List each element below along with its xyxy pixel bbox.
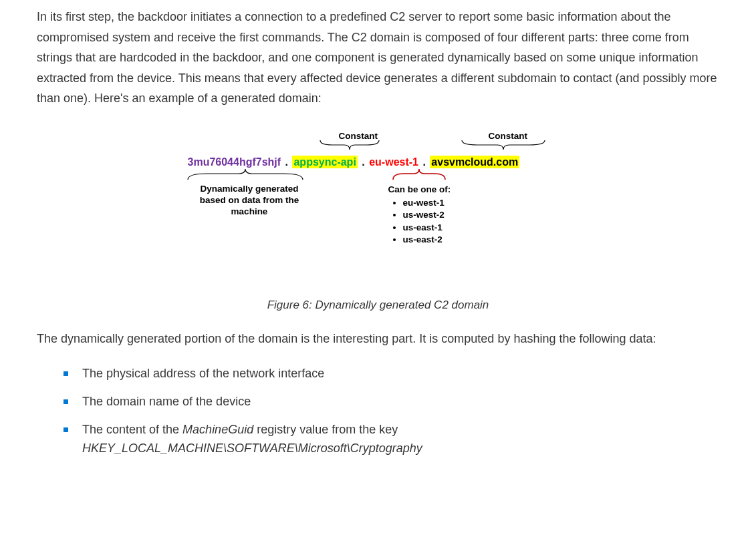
dyn-caption-line3: machine — [231, 206, 268, 216]
hash-data-list: The physical address of the network inte… — [37, 365, 719, 458]
figure-caption: Figure 6: Dynamically generated C2 domai… — [37, 296, 719, 315]
dot-3: . — [421, 156, 426, 168]
dyn-caption-line2: based on data from the — [200, 195, 299, 205]
dynamic-subdomain: 3mu76044hgf7shjf — [188, 156, 281, 168]
brace-bottom-region — [392, 168, 447, 181]
region-subdomain: eu-west-1 — [369, 156, 418, 168]
dynamic-caption: Dynamically generated based on data from… — [188, 184, 311, 218]
brace-bottom-dyn — [186, 168, 304, 181]
region-caption: Can be one of: — [388, 184, 451, 196]
dyn-caption-line1: Dynamically generated — [200, 184, 298, 194]
dot-2: . — [360, 156, 366, 168]
root-domain: avsvmcloud.com — [430, 156, 519, 168]
li3-pre: The content of the — [82, 423, 182, 436]
region-option: eu-west-1 — [403, 197, 451, 209]
intro-paragraph: In its first step, the backdoor initiate… — [37, 7, 719, 109]
li3-post: registry value from the key — [253, 423, 398, 436]
list-item: The domain name of the device — [62, 393, 719, 411]
hash-intro-paragraph: The dynamically generated portion of the… — [37, 329, 719, 349]
region-option: us-east-2 — [403, 234, 451, 246]
brace-top-api — [319, 139, 380, 151]
domain-diagram: Constant Constant 3mu76044hgf7shjf . app… — [188, 129, 569, 262]
region-list: eu-west-1 us-west-2 us-east-1 us-east-2 — [388, 197, 451, 246]
list-item: The content of the MachineGuid registry … — [62, 421, 719, 458]
brace-top-root — [461, 139, 546, 151]
machineguid-value: MachineGuid — [182, 423, 253, 436]
figure-6: Constant Constant 3mu76044hgf7shjf . app… — [37, 129, 719, 315]
list-item: The physical address of the network inte… — [62, 365, 719, 383]
region-option: us-west-2 — [403, 209, 451, 221]
dot-1: . — [284, 156, 289, 168]
registry-key: HKEY_LOCAL_MACHINE\SOFTWARE\Microsoft\Cr… — [82, 441, 422, 455]
region-caption-block: Can be one of: eu-west-1 us-west-2 us-ea… — [388, 184, 451, 246]
api-subdomain: appsync-api — [292, 156, 357, 168]
region-option: us-east-1 — [403, 222, 451, 234]
